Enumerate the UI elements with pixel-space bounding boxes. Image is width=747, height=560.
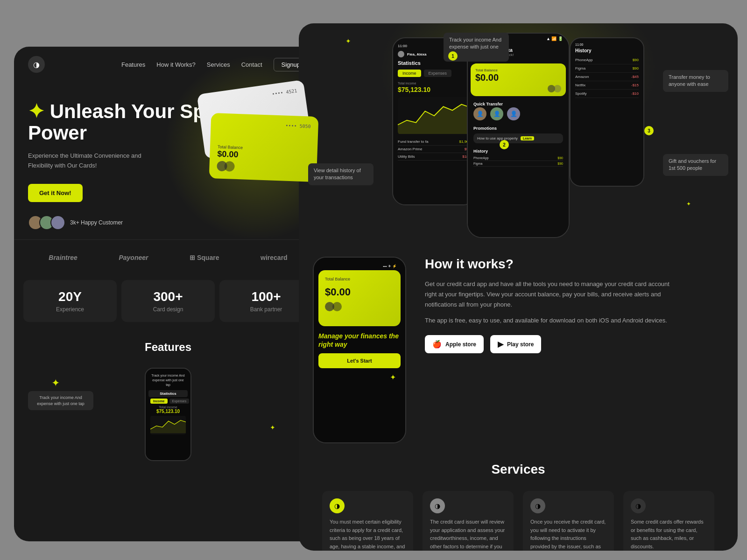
sparkle-mobile: ✦: [318, 373, 401, 382]
nav-contact[interactable]: Contact: [241, 61, 262, 68]
card-number-yellow: •••• 5050: [218, 121, 311, 129]
features-track-text: Track your income And expense with just …: [148, 371, 188, 389]
service-icon-1: ◑: [330, 498, 345, 513]
sparkle-side-4: ✦: [686, 201, 691, 207]
service-card-3: ◑ Once you receive the credit card, you …: [523, 491, 614, 551]
stats-section: 20Y Experience 300+ Card design 100+ Ban…: [14, 280, 322, 322]
features-phone-mockup: Track your income And expense with just …: [145, 368, 191, 461]
features-phone-container: ✦ ✦ Track your income And expense with j…: [23, 368, 313, 489]
stats-time: 11:00: [398, 44, 407, 48]
history-title: History: [575, 48, 639, 53]
history-item-1: PhoneApp$90: [575, 56, 639, 64]
phone-promotions-title: Promotions: [468, 123, 569, 132]
stat-label-experience: Experience: [31, 306, 109, 313]
stat-number-bank: 100+: [227, 289, 305, 304]
sparkle-side-3: ✦: [345, 37, 351, 45]
service-text-4: Some credit cards offer rewards or benef…: [631, 518, 707, 551]
nav-services[interactable]: Services: [207, 61, 230, 68]
stat-number-experience: 20Y: [31, 289, 109, 304]
card-stack: •••• 4521 •••• 5050 Total Balance $0.00: [187, 87, 317, 208]
hero-subtitle: Experience the Ultimate Convenience and …: [28, 151, 159, 171]
annotation-history: View detail history of your transactions: [308, 163, 374, 185]
phone-stats: 11:00 ▲ ⬛ 📶 Fiea, Alexa Statistics Incom…: [392, 37, 476, 205]
badge-1: 1: [448, 51, 458, 61]
partner-wirecard: wirecard: [261, 254, 288, 261]
play-icon: ▶: [498, 340, 503, 349]
features-mini-amount: $75,123.10: [148, 409, 188, 414]
navigation: ◑ Features How it Works? Services Contac…: [14, 47, 322, 82]
mobile-time: ••• ✈ ⚡: [318, 262, 401, 270]
mobile-cta-text: Manage your finances the right way: [318, 332, 401, 349]
phone-history: 11:00 History PhoneApp$90 Figma$90 Amazo…: [570, 37, 644, 187]
stat-label-bank: Bank partner: [227, 306, 305, 313]
phone-status-icons: ▲ 📶 🔋: [546, 36, 563, 41]
service-card-2: ◑ The credit card issuer will review you…: [423, 491, 514, 551]
service-text-3: Once you receive the credit card, you wi…: [530, 518, 606, 551]
sparkle-1: ✦: [51, 377, 60, 389]
stats-user: Fiea, Alexa: [407, 52, 427, 56]
partner-square: ⊞ Square: [190, 254, 219, 261]
tab-expenses[interactable]: Expenses: [424, 70, 452, 77]
svg-text:👤: 👤: [493, 110, 500, 117]
nav-how-it-works[interactable]: How it Works?: [156, 61, 196, 68]
features-stats-label: Statistics: [148, 390, 188, 397]
partner-braintree: Braintree: [49, 254, 77, 261]
how-it-works-title: How it works?: [425, 257, 724, 272]
history-item-3: Amazon-$45: [575, 73, 639, 81]
phone-balance-label: Total Balance: [475, 68, 561, 72]
annotation-transfer: Transfer money to anyone with ease: [663, 70, 728, 92]
nav-features[interactable]: Features: [121, 61, 145, 68]
sparkle-2: ✦: [270, 424, 275, 431]
mobile-phone-large: ••• ✈ ⚡ Total Balance $0.00 Manage your …: [313, 257, 406, 443]
lets-start-button[interactable]: Let's Start: [318, 353, 401, 368]
badge-3: 3: [644, 126, 654, 135]
stat-number-card-design: 300+: [129, 289, 207, 304]
services-section: Services ◑ You must meet certain eligibi…: [299, 453, 738, 551]
service-card-4: ◑ Some credit cards offer rewards or ben…: [623, 491, 714, 551]
stats-chart: [398, 97, 471, 134]
phone-transfer-row: 👤 👤 👤: [468, 107, 569, 120]
svg-text:👤: 👤: [477, 110, 484, 117]
logo[interactable]: ◑: [28, 56, 45, 73]
features-annotation-track: Track your income And expense with just …: [28, 391, 93, 410]
side-top-section: Track your income And expense with just …: [299, 23, 738, 247]
features-section: Features ✦ ✦ Track your income And expen…: [14, 341, 322, 489]
phone-main: 11:00 ▲ 📶 🔋 Fiea, Alexa Welcome back! To…: [467, 33, 570, 238]
stat-card-design: 300+ Card design: [121, 280, 215, 322]
avatar-3: [50, 215, 65, 230]
history-item-4: Netflix-$15: [575, 81, 639, 90]
promo-item-1: How to use app properly Learn: [473, 133, 563, 143]
nav-links: Features How it Works? Services Contact …: [121, 58, 308, 71]
services-title: Services: [322, 462, 714, 477]
avatar-group: [28, 215, 65, 230]
phone-history-section: History PhoneApp$90 Figma$90: [468, 147, 569, 168]
play-store-label: Play store: [507, 341, 534, 348]
svg-text:👤: 👤: [510, 110, 517, 117]
phone-transfer-title: Quick Transfer: [468, 99, 569, 107]
badge-2: 2: [500, 140, 509, 149]
history-item-2: Figma$90: [575, 64, 639, 73]
mobile-card-yellow: Total Balance $0.00: [318, 270, 401, 326]
mobile-card-balance: $0.00: [325, 286, 394, 298]
phone-promotions: How to use app properly Learn: [468, 132, 569, 147]
stats-tabs: Income Expenses: [398, 70, 471, 77]
tab-income[interactable]: Income: [398, 70, 421, 77]
expense-list: Fund transfer to fa$1,900 Amazon Prime$9…: [398, 138, 471, 161]
services-grid: ◑ You must meet certain eligibility crit…: [322, 491, 714, 551]
hero-section: •••• 4521 •••• 5050 Total Balance $0.00: [14, 82, 322, 230]
service-card-1: ◑ You must meet certain eligibility crit…: [322, 491, 413, 551]
main-panel: ◑ Features How it Works? Services Contac…: [14, 47, 322, 541]
service-icon-3: ◑: [530, 498, 545, 513]
customers-row: 3k+ Happy Customer: [28, 215, 308, 230]
stat-experience: 20Y Experience: [23, 280, 117, 322]
total-income-amount: $75,123.10: [398, 86, 471, 93]
partners-section: Braintree Payoneer ⊞ Square wirecard: [14, 239, 322, 275]
apple-store-button[interactable]: 🍎 Apple store: [425, 335, 484, 353]
play-store-button[interactable]: ▶ Play store: [490, 335, 541, 353]
how-it-works-body2: The app is free, easy to use, and availa…: [425, 315, 677, 326]
partner-payoneer: Payoneer: [119, 254, 148, 261]
get-it-button[interactable]: Get it Now!: [28, 184, 83, 202]
how-it-works-body1: Get our credit card app and have all the…: [425, 279, 677, 310]
store-buttons: 🍎 Apple store ▶ Play store: [425, 335, 724, 353]
stat-label-card-design: Card design: [129, 306, 207, 313]
